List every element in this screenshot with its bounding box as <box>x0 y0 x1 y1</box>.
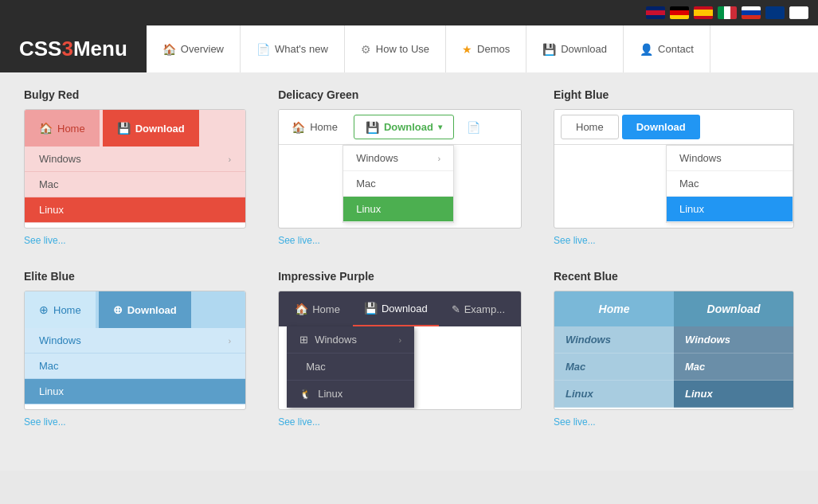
chevron-down-icon <box>438 123 442 131</box>
elite-blue-mac[interactable]: Mac <box>25 354 245 379</box>
bulgy-red-see-live[interactable]: See live... <box>24 235 66 246</box>
nav-item-whats-new[interactable]: What's new <box>241 25 345 72</box>
elite-blue-see-live[interactable]: See live... <box>24 416 66 428</box>
theme-preview-impressive-purple: Home Download Examp... Windows <box>278 291 522 410</box>
header: CSS3Menu Overview What's new How to Use … <box>0 25 818 72</box>
main-content: Bulgy Red Home Download Windows <box>0 72 818 471</box>
doc-icon <box>467 121 480 134</box>
windows-label: Windows <box>39 334 81 346</box>
theme-title-elite-blue: Elite Blue <box>24 270 246 283</box>
nav-item-contact[interactable]: Contact <box>624 25 710 72</box>
home-icon <box>162 42 176 57</box>
bulgy-red-windows[interactable]: Windows <box>25 147 245 172</box>
impressive-purple-home-btn[interactable]: Home <box>284 291 351 326</box>
delicacy-green-windows[interactable]: Windows <box>343 146 453 171</box>
recent-blue-windows-left[interactable]: Windows <box>554 326 674 354</box>
mac-label: Mac <box>679 178 699 189</box>
nav-item-demos[interactable]: Demos <box>446 25 526 72</box>
nav-item-download[interactable]: Download <box>526 25 624 72</box>
flag-de[interactable] <box>670 6 689 19</box>
delicacy-green-mac[interactable]: Mac <box>343 171 453 197</box>
elite-blue-menu-bar: Home Download <box>25 291 245 328</box>
eight-blue-see-live[interactable]: See live... <box>554 235 596 246</box>
recent-blue-see-live[interactable]: See live... <box>554 416 596 428</box>
person-icon <box>640 42 653 57</box>
flag-jp[interactable] <box>789 6 808 19</box>
delicacy-green-linux[interactable]: Linux <box>343 197 453 222</box>
theme-title-bulgy-red: Bulgy Red <box>24 88 246 101</box>
eight-blue-linux[interactable]: Linux <box>667 197 793 222</box>
elite-blue-windows[interactable]: Windows <box>25 328 245 354</box>
flag-ru[interactable] <box>742 6 761 19</box>
impressive-purple-download-btn[interactable]: Download <box>353 291 439 326</box>
recent-blue-mac-right[interactable]: Mac <box>674 354 793 381</box>
main-nav: Overview What's new How to Use Demos Dow… <box>147 25 818 72</box>
flag-uk[interactable] <box>646 6 665 19</box>
impressive-purple-example-label: Examp... <box>464 303 505 315</box>
windows-label: Windows <box>39 153 81 165</box>
delicacy-green-extra[interactable] <box>457 110 490 144</box>
circle-icon <box>113 303 123 316</box>
delicacy-green-submenu: Windows Mac Linux <box>342 145 454 223</box>
delicacy-green-home-label: Home <box>310 121 338 133</box>
gear-icon <box>361 42 371 57</box>
recent-blue-windows-right[interactable]: Windows <box>674 326 793 354</box>
impressive-purple-see-live[interactable]: See live... <box>278 416 320 428</box>
impressive-purple-example-btn[interactable]: Examp... <box>440 291 516 326</box>
mac-label: Mac <box>685 361 705 373</box>
eight-blue-submenu: Windows Mac Linux <box>666 145 793 223</box>
theme-card-bulgy-red: Bulgy Red Home Download Windows <box>24 88 246 246</box>
delicacy-green-see-live[interactable]: See live... <box>278 235 320 246</box>
logo-accent: 3 <box>61 37 72 61</box>
eight-blue-download-btn[interactable]: Download <box>622 115 700 139</box>
recent-blue-download-btn[interactable]: Download <box>674 291 793 326</box>
bulgy-red-linux[interactable]: Linux <box>25 197 245 223</box>
bulgy-red-home-btn[interactable]: Home <box>25 110 100 147</box>
linux-label: Linux <box>39 385 64 397</box>
impressive-purple-linux[interactable]: Linux <box>287 381 414 408</box>
flag-fi[interactable] <box>765 6 785 19</box>
flag-es[interactable] <box>694 6 713 19</box>
bulgy-red-download-label: Download <box>135 123 185 135</box>
delicacy-green-download-btn[interactable]: Download <box>354 115 454 139</box>
nav-item-how-to-use[interactable]: How to Use <box>345 25 446 72</box>
windows-label: Windows <box>315 334 357 346</box>
nav-item-overview[interactable]: Overview <box>147 25 241 72</box>
recent-blue-submenu-right: Windows Mac Linux <box>674 326 793 408</box>
home-icon <box>295 303 308 315</box>
bulgy-red-download-btn[interactable]: Download <box>103 110 199 147</box>
flag-it[interactable] <box>718 6 737 19</box>
nav-label-download: Download <box>561 43 607 55</box>
theme-title-recent-blue: Recent Blue <box>554 270 794 283</box>
impressive-purple-home-label: Home <box>312 303 340 315</box>
recent-blue-linux-right[interactable]: Linux <box>674 381 793 408</box>
eight-blue-windows[interactable]: Windows <box>667 146 793 171</box>
floppy-icon <box>542 42 556 57</box>
linux-label: Linux <box>685 388 713 400</box>
delicacy-green-home-btn[interactable]: Home <box>279 110 350 144</box>
elite-blue-download-label: Download <box>127 304 177 316</box>
theme-card-recent-blue: Recent Blue Home Download Windows <box>554 270 794 428</box>
recent-blue-submenu-left: Windows Mac Linux <box>554 326 674 408</box>
recent-blue-download-label: Download <box>707 303 761 315</box>
home-icon <box>292 121 305 134</box>
theme-preview-recent-blue: Home Download Windows Mac <box>554 291 794 410</box>
elite-blue-home-label: Home <box>53 304 81 316</box>
recent-blue-mac-left[interactable]: Mac <box>554 354 674 381</box>
impressive-purple-windows[interactable]: Windows <box>287 326 414 354</box>
theme-preview-delicacy-green: Home Download Windows <box>278 109 522 229</box>
windows-icon <box>299 334 308 346</box>
elite-blue-home-btn[interactable]: Home <box>25 291 96 328</box>
recent-blue-home-btn[interactable]: Home <box>554 291 674 326</box>
elite-blue-download-btn[interactable]: Download <box>99 291 191 328</box>
theme-card-impressive-purple: Impressive Purple Home Download Examp... <box>278 270 522 428</box>
linux-label: Linux <box>39 204 64 216</box>
chevron-icon <box>399 334 402 346</box>
bulgy-red-mac[interactable]: Mac <box>25 172 245 197</box>
eight-blue-home-btn[interactable]: Home <box>561 115 619 139</box>
elite-blue-linux[interactable]: Linux <box>25 379 245 404</box>
recent-blue-linux-left[interactable]: Linux <box>554 381 674 408</box>
impressive-purple-mac[interactable]: Mac <box>287 354 414 381</box>
themes-grid: Bulgy Red Home Download Windows <box>24 88 794 428</box>
eight-blue-mac[interactable]: Mac <box>667 171 793 197</box>
